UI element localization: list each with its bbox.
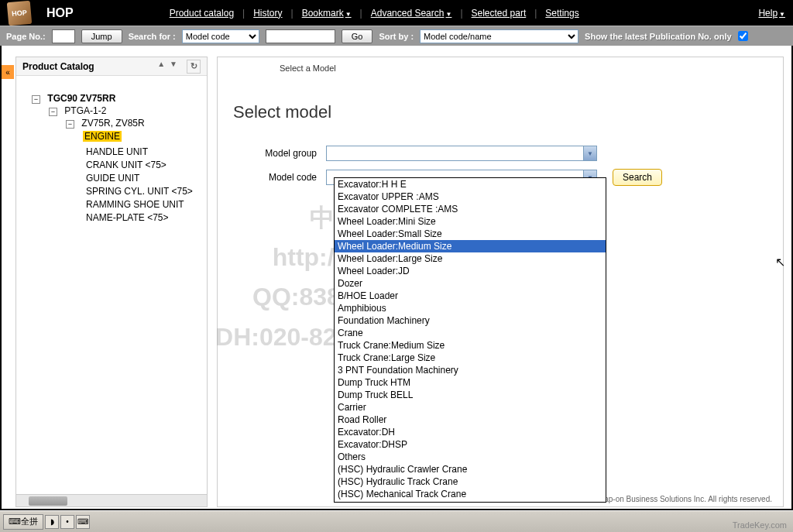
- dropdown-item[interactable]: Others: [335, 451, 606, 463]
- dropdown-item[interactable]: Crane: [335, 327, 606, 339]
- dropdown-item[interactable]: Dump Truck BELL: [335, 389, 606, 401]
- taskbar-icon-3[interactable]: ⌨: [76, 515, 90, 529]
- breadcrumb: Select a Model: [218, 57, 783, 79]
- chevron-down-icon: ▼: [345, 11, 352, 18]
- dropdown-item[interactable]: Amphibious: [335, 302, 606, 314]
- show-latest-label: Show the latest Publication No. only: [585, 32, 731, 41]
- main-area: « Product Catalog ▲ ▼ ↻ − TGC90 ZV75RR −…: [2, 46, 791, 509]
- scrollbar-thumb[interactable]: [29, 496, 67, 506]
- page-no-label: Page No.:: [6, 32, 46, 41]
- tree: − TGC90 ZV75RR − PTGA-1-2 − ZV75R, ZV85R…: [16, 76, 207, 233]
- model-group-select[interactable]: ▼: [326, 146, 597, 161]
- search-for-label: Search for :: [129, 32, 176, 41]
- sidebar-controls: ▲ ▼ ↻: [157, 60, 201, 74]
- dropdown-item[interactable]: (HSC) Hydraulic Track Crane: [335, 475, 606, 488]
- taskbar-icon-1[interactable]: ◗: [45, 515, 59, 529]
- tree-leaf[interactable]: HANDLE UNIT: [83, 146, 199, 157]
- content: Select a Model Select model Model group …: [217, 57, 784, 507]
- dropdown-item[interactable]: 3 PNT Foundation Machinery: [335, 364, 606, 376]
- taskbar: ⌨ 全拼 ◗ • ⌨ TradeKey.com: [0, 510, 793, 532]
- dropdown-item[interactable]: Truck Crane:Medium Size: [335, 339, 606, 352]
- top-nav: HOP HOP Product catalog | History | Book…: [0, 0, 793, 26]
- dropdown-item[interactable]: Wheel Loader:JD: [335, 265, 606, 277]
- dropdown-item[interactable]: Truck Crane:Large Size: [335, 352, 606, 364]
- toolbar: Page No.: Jump Search for : Model code G…: [0, 26, 793, 46]
- dropdown-item[interactable]: Dozer: [335, 277, 606, 290]
- nav-separator: |: [460, 8, 462, 19]
- page-title: Select model: [218, 79, 783, 138]
- sidebar: Product Catalog ▲ ▼ ↻ − TGC90 ZV75RR − P…: [15, 57, 208, 507]
- nav-links: Product catalog | History | Bookmark▼ | …: [166, 8, 582, 19]
- dropdown-item[interactable]: (HSC) Earth Drill: [335, 500, 606, 503]
- sidebar-collapse-down-icon[interactable]: ▼: [170, 60, 177, 74]
- page-no-input[interactable]: [52, 29, 75, 43]
- sidebar-header: Product Catalog ▲ ▼ ↻: [16, 57, 207, 76]
- sidebar-scrollbar[interactable]: [16, 494, 207, 506]
- nav-bookmark[interactable]: Bookmark▼: [299, 8, 355, 19]
- tree-leaf[interactable]: GUIDE UNIT: [83, 173, 199, 184]
- dropdown-item[interactable]: Dump Truck HTM: [335, 376, 606, 389]
- nav-help[interactable]: Help▼: [758, 8, 785, 19]
- dropdown-item[interactable]: Foundation Machinery: [335, 314, 606, 327]
- nav-history[interactable]: History: [250, 8, 285, 19]
- nav-separator: |: [291, 8, 294, 19]
- tree-root-label[interactable]: TGC90 ZV75RR: [47, 93, 115, 104]
- nav-settings[interactable]: Settings: [542, 8, 582, 19]
- dropdown-item[interactable]: Wheel Loader:Medium Size: [335, 240, 606, 252]
- dropdown-item[interactable]: Wheel Loader:Mini Size: [335, 215, 606, 228]
- model-code-label: Model code: [233, 172, 326, 183]
- taskbar-ime-button[interactable]: ⌨ 全拼: [3, 514, 43, 530]
- tree-toggle[interactable]: −: [66, 120, 74, 129]
- sidebar-collapse-tab[interactable]: «: [2, 65, 14, 79]
- nav-separator: |: [242, 8, 245, 19]
- dropdown-item[interactable]: Excavator:H H E: [335, 178, 606, 190]
- brand-name: HOP: [46, 6, 74, 20]
- taskbar-icon-2[interactable]: •: [60, 515, 74, 529]
- tree-toggle[interactable]: −: [49, 108, 57, 116]
- dropdown-item[interactable]: Wheel Loader:Small Size: [335, 228, 606, 240]
- dropdown-item[interactable]: Wheel Loader:Large Size: [335, 252, 606, 265]
- tree-level1-label[interactable]: PTGA-1-2: [64, 105, 106, 116]
- search-input[interactable]: [266, 29, 335, 43]
- sidebar-refresh-button[interactable]: ↻: [187, 60, 201, 74]
- sidebar-title: Product Catalog: [22, 61, 94, 72]
- logo: HOP: [7, 0, 33, 26]
- tree-level2-label[interactable]: ZV75R, ZV85R: [81, 118, 144, 129]
- chevron-down-icon: ▼: [445, 11, 451, 18]
- footer: Snap-on Business Solutions Inc. All righ…: [592, 492, 775, 506]
- dropdown-item[interactable]: Excavator:DH: [335, 426, 606, 438]
- dropdown-item[interactable]: Road Roller: [335, 414, 606, 426]
- dropdown-item[interactable]: Carrier: [335, 401, 606, 414]
- dropdown-item[interactable]: Excavator COMPLETE :AMS: [335, 203, 606, 215]
- model-group-dropdown[interactable]: Excavator:H H EExcavator UPPER :AMSExcav…: [334, 177, 606, 503]
- search-button[interactable]: Search: [613, 169, 662, 186]
- nav-separator: |: [360, 8, 362, 19]
- sidebar-collapse-up-icon[interactable]: ▲: [157, 60, 165, 74]
- show-latest-checkbox[interactable]: [738, 31, 748, 41]
- tree-leaf[interactable]: CRANK UNIT <75>: [83, 160, 199, 170]
- model-group-label: Model group: [233, 148, 326, 159]
- dropdown-item[interactable]: Excavator UPPER :AMS: [335, 190, 606, 203]
- nav-selected-part[interactable]: Selected part: [469, 8, 530, 19]
- nav-advanced-search[interactable]: Advanced Search▼: [368, 8, 455, 19]
- keyboard-icon: ⌨: [9, 517, 21, 527]
- nav-product-catalog[interactable]: Product catalog: [166, 8, 237, 19]
- dropdown-item[interactable]: B/HOE Loader: [335, 290, 606, 302]
- go-button[interactable]: Go: [342, 29, 373, 43]
- tree-toggle[interactable]: −: [32, 95, 40, 104]
- sort-by-label: Sort by :: [379, 32, 414, 41]
- dropdown-item[interactable]: Excavator:DHSP: [335, 438, 606, 451]
- chevron-down-icon: ▼: [779, 11, 785, 18]
- dropdown-item[interactable]: (HSC) Hydraulic Crawler Crane: [335, 463, 606, 475]
- tree-leaf[interactable]: NAME-PLATE <75>: [83, 212, 199, 223]
- sort-by-select[interactable]: Model code/name: [420, 29, 578, 43]
- tradekey-label: TradeKey.com: [733, 520, 787, 530]
- tree-leaf[interactable]: RAMMING SHOE UNIT: [83, 199, 199, 210]
- dropdown-item[interactable]: (HSC) Mechanical Track Crane: [335, 488, 606, 500]
- search-for-select[interactable]: Model code: [182, 29, 259, 43]
- tree-leaf[interactable]: SPRING CYL. UNIT <75>: [83, 186, 199, 197]
- nav-separator: |: [534, 8, 537, 19]
- chevron-down-icon[interactable]: ▼: [583, 146, 596, 160]
- jump-button[interactable]: Jump: [81, 29, 122, 43]
- tree-leaf[interactable]: ENGINE: [83, 131, 122, 142]
